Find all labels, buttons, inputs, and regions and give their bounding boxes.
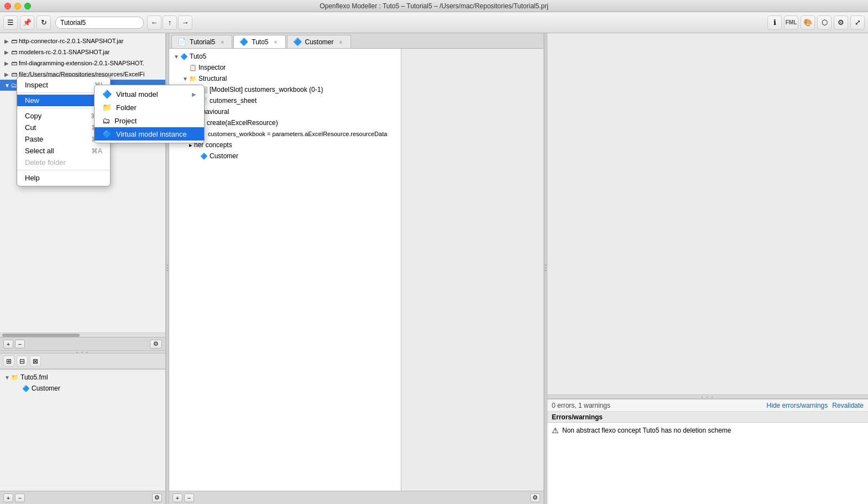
- add-btn-bottom[interactable]: +: [3, 493, 13, 502]
- menu-select-all-label: Select all: [25, 147, 87, 155]
- bottom-left-icon2[interactable]: ⊟: [17, 356, 28, 367]
- main-tree-structural[interactable]: ▼ 📁 Structural: [169, 73, 401, 84]
- bottom-left-icon1[interactable]: ⊞: [3, 356, 14, 367]
- warning-icon: ⚠: [552, 426, 559, 435]
- diagram-btn[interactable]: ⬡: [817, 15, 832, 30]
- remove-btn[interactable]: −: [15, 340, 25, 349]
- vm-icon: 🔷: [102, 90, 112, 98]
- errors-body: ⚠ Non abstract flexo concept Tuto5 has n…: [547, 423, 868, 504]
- menu-cut-label: Cut: [25, 123, 87, 132]
- errors-links: Hide errors/warnings Revalidate: [767, 402, 864, 409]
- menu-sep-3: [17, 170, 110, 170]
- submenu-project[interactable]: 🗂 Project: [95, 114, 204, 127]
- submenu-virtual-model[interactable]: 🔷 Virtual model ▶: [95, 87, 204, 101]
- tree-item-http-connector[interactable]: ▶ 🗃 http-connector-rc-2.0.1-SNAPSHOT.jar: [0, 35, 165, 46]
- back-btn[interactable]: ←: [147, 15, 161, 30]
- tab-tutorial5-close[interactable]: ×: [218, 38, 226, 46]
- tree-item-fml-diagramming[interactable]: ▶ 🗃 fml-diagramming-extension-2.0.1-SNAP…: [0, 58, 165, 69]
- settings-strip-btn[interactable]: ⚙: [150, 340, 162, 349]
- left-top-bottom-strip: + − ⚙: [0, 337, 165, 350]
- tab-tuto5-icon: 🔷: [239, 38, 248, 46]
- middle-content: ▼ 🔷 Tuto5 ▶ 📋 Inspector ▼ 📁 Structural ▶…: [169, 49, 543, 491]
- project-icon: 🗂: [102, 116, 110, 125]
- errors-status: 0 errors, 1 warnings: [552, 402, 610, 409]
- middle-panel: 📄 Tutorial5 × 🔷 Tuto5 × 🔷 Customer × ▼: [169, 33, 544, 504]
- sub-menu: 🔷 Virtual model ▶ 📁 Folder 🗂 Project 🔷 V…: [94, 85, 205, 143]
- error-message-1: Non abstract flexo concept Tuto5 has no …: [562, 427, 731, 434]
- up-btn[interactable]: ↑: [163, 15, 177, 30]
- menu-btn[interactable]: ☰: [3, 15, 18, 30]
- vm-arrow: ▶: [192, 91, 196, 97]
- empty-right-area: [401, 49, 543, 491]
- left-bottom-strip: + − ⚙: [0, 491, 165, 504]
- errors-table-header: Errors/warnings: [547, 412, 868, 423]
- errors-header: 0 errors, 1 warnings Hide errors/warning…: [547, 399, 868, 412]
- tab-tuto5[interactable]: 🔷 Tuto5 ×: [233, 35, 285, 48]
- remove-btn-bottom[interactable]: −: [15, 493, 25, 502]
- menu-help-label: Help: [25, 174, 102, 182]
- pin-btn[interactable]: 📌: [20, 15, 34, 30]
- submenu-vm-label: Virtual model: [116, 90, 158, 98]
- search-input[interactable]: [55, 17, 144, 29]
- tab-customer-close[interactable]: ×: [337, 38, 345, 46]
- settings-mid-btn[interactable]: ⚙: [530, 493, 540, 502]
- bottom-left-tree: ▼ 📁 Tuto5.fml ▶ 🔷 Customer: [0, 369, 165, 491]
- minimize-button[interactable]: [14, 3, 21, 9]
- error-item-1: ⚠ Non abstract flexo concept Tuto5 has n…: [552, 425, 864, 436]
- info-btn[interactable]: ℹ: [767, 15, 782, 30]
- expand-btn[interactable]: ⤢: [850, 15, 865, 30]
- right-panel: • • • 0 errors, 1 warnings Hide errors/w…: [547, 33, 868, 504]
- main-tree-tuto5[interactable]: ▼ 🔷 Tuto5: [169, 51, 401, 62]
- title-bar: Openflexo Modeller : Tuto5 – Tutorial5 –…: [0, 0, 868, 12]
- bottom-left-icon3[interactable]: ⊠: [30, 356, 41, 367]
- tab-tuto5-label: Tuto5: [252, 38, 268, 46]
- add-mid-btn[interactable]: +: [172, 493, 182, 502]
- menu-help[interactable]: Help: [17, 172, 110, 184]
- add-btn[interactable]: +: [3, 340, 13, 349]
- revalidate-link[interactable]: Revalidate: [832, 402, 864, 409]
- right-h-resizer[interactable]: • • •: [547, 394, 868, 399]
- fml-btn[interactable]: FML: [784, 15, 798, 30]
- tab-tutorial5-label: Tutorial5: [190, 38, 215, 46]
- close-button[interactable]: [4, 3, 11, 9]
- submenu-folder[interactable]: 📁 Folder: [95, 101, 204, 114]
- submenu-folder-label: Folder: [116, 103, 137, 112]
- tree-item-modelers-rc[interactable]: ▶ 🗃 modelers-rc-2.0.1-SNAPSHOT.jar: [0, 46, 165, 58]
- tab-customer-label: Customer: [305, 38, 334, 46]
- remove-mid-btn[interactable]: −: [184, 493, 194, 502]
- maximize-button[interactable]: [24, 3, 31, 9]
- traffic-lights: [4, 3, 31, 9]
- submenu-project-label: Project: [114, 117, 137, 125]
- menu-delete-folder[interactable]: Delete folder: [17, 157, 110, 168]
- menu-paste-label: Paste: [25, 135, 87, 143]
- settings-bottom-btn[interactable]: ⚙: [152, 493, 162, 502]
- tab-customer-icon: 🔷: [293, 38, 302, 46]
- main-tree-inspector[interactable]: ▶ 📋 Inspector: [169, 62, 401, 73]
- menu-copy-label: Copy: [25, 112, 86, 120]
- palette-btn[interactable]: 🎨: [801, 15, 815, 30]
- toolbar: ☰ 📌 ↻ ← ↑ → ℹ FML 🎨 ⬡ ⚙ ⤢: [0, 12, 868, 33]
- refresh-btn[interactable]: ↻: [36, 15, 51, 30]
- tree-item-customer-concept[interactable]: ▶ 🔷 Customer: [0, 383, 165, 394]
- submenu-vmi[interactable]: 🔷 Virtual model instance: [95, 127, 204, 141]
- errors-panel: 0 errors, 1 warnings Hide errors/warning…: [547, 399, 868, 504]
- hide-errors-link[interactable]: Hide errors/warnings: [767, 402, 828, 409]
- menu-select-all[interactable]: Select all ⌘A: [17, 145, 110, 157]
- menu-delete-folder-label: Delete folder: [25, 158, 102, 167]
- submenu-vmi-label: Virtual model instance: [116, 130, 187, 138]
- tab-customer[interactable]: 🔷 Customer ×: [287, 35, 351, 48]
- tab-tutorial5-icon: 📄: [177, 38, 186, 46]
- tabs-bar: 📄 Tutorial5 × 🔷 Tuto5 × 🔷 Customer ×: [169, 33, 543, 49]
- middle-bottom-strip: + − ⚙: [169, 491, 543, 504]
- vmi-icon: 🔷: [102, 129, 112, 138]
- settings-btn[interactable]: ⚙: [834, 15, 848, 30]
- menu-select-all-shortcut: ⌘A: [91, 147, 102, 155]
- menu-inspect-label: Inspect: [25, 81, 90, 89]
- tab-tuto5-close[interactable]: ×: [272, 38, 280, 46]
- main-tree-customer[interactable]: ▶ 🔷 Customer: [169, 150, 401, 162]
- tab-tutorial5[interactable]: 📄 Tutorial5 ×: [171, 35, 232, 48]
- errors-table-header-label: Errors/warnings: [552, 413, 603, 421]
- tree-item-tuto5-fml[interactable]: ▼ 📁 Tuto5.fml: [0, 372, 165, 383]
- forward-btn[interactable]: →: [178, 15, 192, 30]
- toolbar-right-actions: ℹ FML 🎨 ⬡ ⚙ ⤢: [767, 15, 865, 30]
